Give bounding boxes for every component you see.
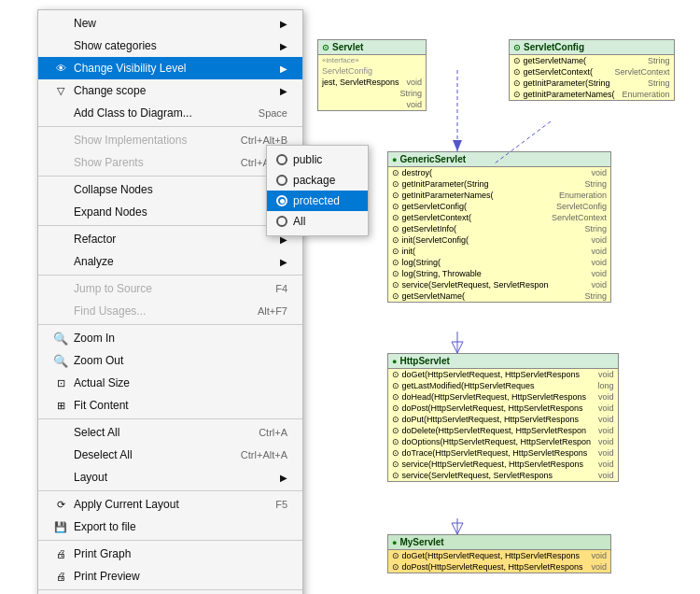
change-visibility-arrow: ▶ <box>280 64 287 74</box>
zoom-out-icon: 🔍 <box>53 353 68 368</box>
menu-label-change-visibility: Change Visibility Level <box>74 62 187 75</box>
servlet-class: ⊙ Servlet «interface» ServletConfig jest… <box>317 39 427 111</box>
menu-item-new[interactable]: New ▶ <box>38 12 302 35</box>
submenu-item-public[interactable]: public <box>267 149 368 170</box>
menu-label-fit-content: Fit Content <box>74 399 129 412</box>
separator-4 <box>38 275 302 276</box>
menu-item-show-categories[interactable]: Show categories ▶ <box>38 35 302 57</box>
menu-label-change-scope: Change scope <box>74 84 146 97</box>
httpservlet-class: ● HttpServlet ⊙ doGet(HttpServletRequest… <box>387 353 619 482</box>
servlet-name: Servlet <box>332 42 363 52</box>
add-class-shortcut: Space <box>259 107 287 119</box>
jump-to-source-shortcut: F4 <box>275 283 287 294</box>
menu-item-fit-content[interactable]: ⊞ Fit Content <box>38 394 302 417</box>
print-graph-icon: 🖨 <box>53 546 68 561</box>
menu-label-show-parents: Show Parents <box>74 156 144 169</box>
jump-to-source-icon <box>53 281 68 296</box>
show-parents-icon <box>53 155 68 170</box>
menu-label-collapse-nodes: Collapse Nodes <box>74 183 153 196</box>
menu-item-select-all[interactable]: Select All Ctrl+A <box>38 421 302 444</box>
separator-9 <box>38 589 302 590</box>
find-usages-icon <box>53 304 68 318</box>
export-file-icon: 💾 <box>53 519 68 534</box>
menu-item-deselect-all[interactable]: Deselect All Ctrl+Alt+A <box>38 444 302 466</box>
menu-item-zoom-in[interactable]: 🔍 Zoom In <box>38 327 302 349</box>
collapse-nodes-icon <box>53 182 68 197</box>
apply-layout-icon: ⟳ <box>53 497 68 512</box>
menu-label-expand-nodes: Expand Nodes <box>74 205 147 219</box>
new-arrow: ▶ <box>280 19 287 29</box>
submenu-item-all[interactable]: All <box>267 211 368 232</box>
menu-label-deselect-all: Deselect All <box>74 448 133 461</box>
separator-8 <box>38 540 302 541</box>
menu-item-change-scope[interactable]: ▽ Change scope ▶ <box>38 79 302 102</box>
menu-item-layout[interactable]: Layout ▶ <box>38 466 302 488</box>
radio-package <box>276 175 287 186</box>
servletconfig-name: ServletConfig <box>524 42 584 52</box>
submenu-label-package: package <box>293 174 335 187</box>
menu-item-change-visibility[interactable]: 👁 Change Visibility Level ▶ <box>38 57 302 79</box>
submenu-label-public: public <box>293 153 322 166</box>
menu-item-zoom-out[interactable]: 🔍 Zoom Out <box>38 349 302 372</box>
submenu-label-protected: protected <box>293 194 340 207</box>
zoom-in-icon: 🔍 <box>53 331 68 346</box>
menu-item-actual-size[interactable]: ⊡ Actual Size <box>38 372 302 394</box>
menu-item-print-preview[interactable]: 🖨 Print Preview <box>38 565 302 587</box>
radio-public <box>276 154 287 165</box>
menu-item-expand-nodes[interactable]: Expand Nodes E <box>38 201 302 223</box>
menu-label-show-categories: Show categories <box>74 39 157 52</box>
layout-icon <box>53 470 68 485</box>
separator-5 <box>38 324 302 325</box>
refactor-icon <box>53 232 68 247</box>
new-icon <box>53 16 68 31</box>
layout-arrow: ▶ <box>280 473 287 483</box>
menu-item-add-class[interactable]: Add Class to Diagram... Space <box>38 102 302 124</box>
myservlet-class: ● MyServlet ⊙ doGet(HttpServletRequest, … <box>387 534 611 573</box>
menu-label-print-preview: Print Preview <box>74 570 140 583</box>
menu-item-collapse-nodes[interactable]: Collapse Nodes C <box>38 178 302 201</box>
submenu-label-all: All <box>293 215 305 228</box>
menu-item-show-implementations: Show Implementations Ctrl+Alt+B <box>38 129 302 151</box>
menu-item-analyze[interactable]: Analyze ▶ <box>38 250 302 273</box>
separator-3 <box>38 225 302 226</box>
menu-label-zoom-out: Zoom Out <box>74 354 123 367</box>
submenu-item-protected[interactable]: protected <box>267 191 368 211</box>
deselect-all-icon <box>53 447 68 462</box>
menu-label-show-implementations: Show Implementations <box>74 134 187 147</box>
change-scope-arrow: ▶ <box>280 86 287 96</box>
svg-marker-1 <box>453 140 462 151</box>
radio-all <box>276 216 287 227</box>
menu-item-refactor[interactable]: Refactor ▶ <box>38 228 302 250</box>
change-visibility-icon: 👁 <box>53 61 68 76</box>
svg-marker-5 <box>452 523 463 534</box>
analyze-icon <box>53 254 68 269</box>
show-categories-icon <box>53 38 68 53</box>
menu-item-apply-layout[interactable]: ⟳ Apply Current Layout F5 <box>38 493 302 516</box>
myservlet-icon: ● <box>392 538 397 547</box>
separator-1 <box>38 126 302 127</box>
submenu-item-package[interactable]: package <box>267 170 368 191</box>
expand-nodes-icon <box>53 205 68 219</box>
svg-marker-3 <box>452 342 463 353</box>
separator-7 <box>38 490 302 491</box>
print-preview-icon: 🖨 <box>53 569 68 584</box>
actual-size-icon: ⊡ <box>53 375 68 390</box>
menu-item-jump-to-source: Jump to Source F4 <box>38 277 302 300</box>
separator-6 <box>38 418 302 419</box>
myservlet-name: MyServlet <box>399 537 443 547</box>
genericservlet-icon: ● <box>392 155 397 164</box>
menu-item-print-graph[interactable]: 🖨 Print Graph <box>38 543 302 565</box>
servlet-icon: ⊙ <box>322 43 329 52</box>
menu-label-export-file: Export to file <box>74 520 136 533</box>
select-all-shortcut: Ctrl+A <box>259 427 287 438</box>
httpservlet-icon: ● <box>392 357 397 366</box>
menu-item-find-usages: Find Usages... Alt+F7 <box>38 300 302 322</box>
genericservlet-class: ● GenericServlet ⊙ destroy(void ⊙ getIni… <box>387 151 611 303</box>
separator-2 <box>38 176 302 177</box>
genericservlet-name: GenericServlet <box>399 154 466 164</box>
menu-label-new: New <box>74 17 96 30</box>
show-implementations-icon <box>53 133 68 148</box>
menu-label-select-all: Select All <box>74 426 119 439</box>
menu-item-export-file[interactable]: 💾 Export to file <box>38 516 302 538</box>
deselect-all-shortcut: Ctrl+Alt+A <box>241 449 287 460</box>
